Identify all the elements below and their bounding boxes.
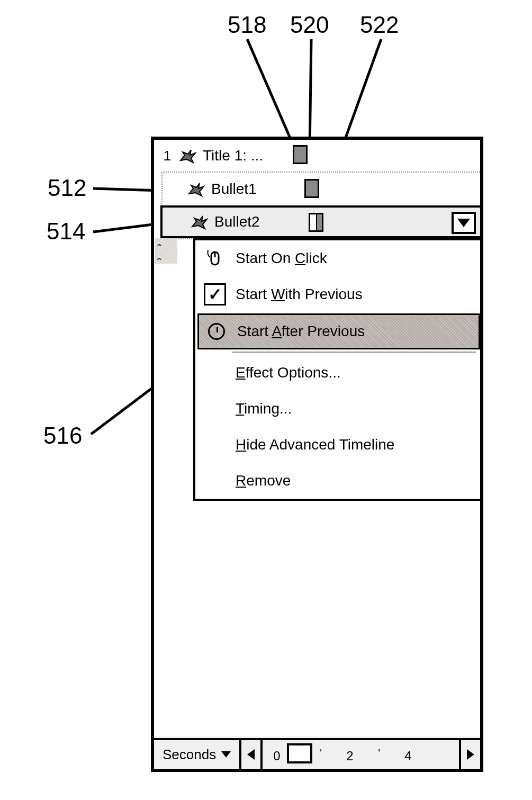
menu-item-remove[interactable]: Remove bbox=[195, 463, 480, 499]
timeline-slider[interactable] bbox=[287, 743, 312, 763]
timing-bar-bullet1[interactable] bbox=[304, 179, 319, 198]
timing-bar-title1[interactable] bbox=[293, 145, 308, 164]
triangle-right-icon bbox=[467, 749, 474, 760]
ruler-tick-0: 0 bbox=[273, 749, 280, 763]
menu-item-effect-options[interactable]: Effect Options... bbox=[195, 355, 480, 391]
checkmark-icon: ✓ bbox=[203, 282, 227, 307]
row-index: 1 bbox=[160, 148, 171, 164]
menu-item-label: Remove bbox=[236, 472, 291, 489]
menu-item-start-on-click[interactable]: Start On Click bbox=[195, 240, 480, 276]
animation-row-label: Bullet1 bbox=[211, 181, 257, 197]
chevron-down-icon bbox=[221, 751, 231, 758]
scroll-right-button[interactable] bbox=[459, 740, 480, 769]
row-dropdown-button[interactable] bbox=[452, 212, 476, 234]
ruler-tick-2: 2 bbox=[346, 749, 353, 763]
animation-list: 1 Title 1: ... Bullet1 Bu bbox=[154, 140, 480, 736]
animation-row-title1[interactable]: 1 Title 1: ... bbox=[154, 140, 480, 172]
menu-item-label: Start After Previous bbox=[237, 323, 365, 340]
svg-line-0 bbox=[247, 39, 296, 152]
triangle-left-icon bbox=[247, 749, 255, 760]
animation-subgroup: Bullet1 Bullet2 bbox=[161, 172, 480, 239]
timeline-ruler[interactable]: 0 ' 2 ' 4 bbox=[263, 740, 459, 769]
animation-context-menu: Start On Click ✓ Start With Previous Sta… bbox=[193, 238, 480, 501]
effect-star-icon bbox=[186, 181, 205, 197]
menu-item-label: Start On Click bbox=[236, 250, 327, 267]
animation-row-bullet1[interactable]: Bullet1 bbox=[163, 173, 480, 205]
menu-divider bbox=[232, 352, 476, 353]
menu-item-hide-advanced-timeline[interactable]: Hide Advanced Timeline bbox=[195, 427, 480, 463]
seconds-label: Seconds bbox=[163, 747, 216, 763]
menu-item-label: Timing... bbox=[236, 400, 292, 417]
animation-pane-panel: 1 Title 1: ... Bullet1 Bu bbox=[151, 137, 483, 772]
effect-star-icon bbox=[189, 214, 208, 230]
menu-item-label: Hide Advanced Timeline bbox=[236, 436, 394, 453]
menu-item-start-with-previous[interactable]: ✓ Start With Previous bbox=[195, 276, 480, 312]
scroll-left-button[interactable] bbox=[241, 740, 263, 769]
timing-bar-bullet2[interactable] bbox=[309, 213, 323, 232]
menu-item-label: Effect Options... bbox=[236, 364, 341, 381]
collapse-chevron-icon[interactable]: ˆˆ bbox=[157, 242, 173, 258]
ruler-tick-4: 4 bbox=[404, 749, 411, 763]
mouse-click-icon bbox=[203, 246, 227, 271]
seconds-dropdown[interactable]: Seconds bbox=[154, 740, 241, 769]
menu-item-start-after-previous[interactable]: Start After Previous bbox=[197, 313, 480, 349]
menu-item-timing[interactable]: Timing... bbox=[195, 391, 480, 427]
timeline-footer: Seconds 0 ' 2 ' 4 bbox=[154, 738, 480, 769]
animation-row-bullet2-selected[interactable]: Bullet2 bbox=[160, 205, 480, 238]
clock-icon bbox=[204, 319, 229, 344]
svg-marker-7 bbox=[189, 183, 204, 196]
animation-row-label: Bullet2 bbox=[214, 213, 260, 230]
chevron-down-icon bbox=[457, 219, 470, 227]
svg-marker-8 bbox=[192, 216, 207, 229]
menu-item-label: Start With Previous bbox=[236, 286, 363, 303]
svg-marker-6 bbox=[181, 150, 195, 163]
animation-row-label: Title 1: ... bbox=[203, 147, 263, 164]
effect-star-icon bbox=[177, 148, 196, 164]
